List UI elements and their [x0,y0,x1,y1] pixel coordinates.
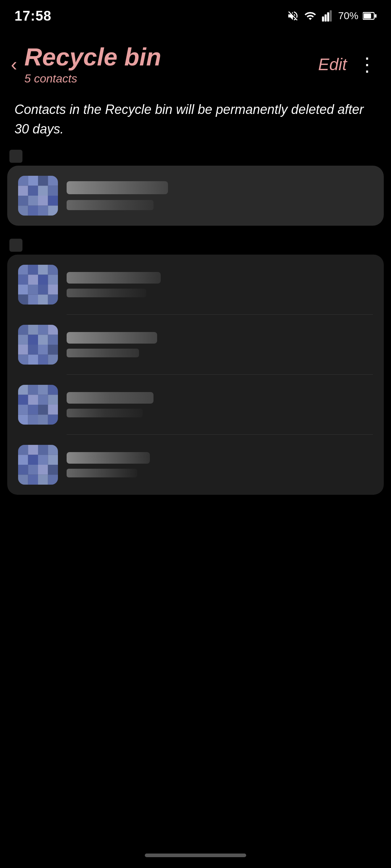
svg-rect-58 [48,385,58,395]
svg-rect-65 [38,405,48,415]
info-text: Contacts in the Recycle bin will be perm… [0,93,391,150]
svg-rect-14 [48,186,58,196]
wifi-icon [303,10,317,22]
svg-rect-8 [28,176,38,186]
battery-icon [363,11,377,21]
edit-button[interactable]: Edit [318,55,347,74]
svg-rect-21 [38,205,48,216]
contact-name-bar-1 [67,181,168,194]
svg-rect-6 [375,14,377,18]
contact-info-5 [67,452,373,477]
svg-rect-17 [38,196,48,206]
svg-rect-79 [18,465,28,475]
contact-count: 5 contacts [24,72,318,85]
contact-detail-5 [67,469,137,477]
svg-rect-7 [18,176,28,186]
contact-item-3[interactable] [7,315,384,375]
contact-group [0,255,391,495]
svg-rect-47 [18,345,28,355]
contact-avatar-4 [18,385,58,425]
svg-rect-26 [48,265,58,275]
svg-rect-85 [38,475,48,485]
svg-rect-41 [38,325,48,335]
svg-rect-55 [18,385,28,395]
contact-avatar-5 [18,445,58,485]
more-button[interactable]: ⋮ [358,54,377,75]
svg-rect-53 [38,354,48,365]
svg-rect-48 [28,345,38,355]
svg-rect-67 [18,414,28,425]
battery-percentage: 70% [338,10,358,22]
status-time: 17:58 [14,8,51,24]
contact-info-4 [67,392,373,417]
svg-rect-2 [327,12,329,22]
svg-rect-28 [28,275,38,285]
svg-rect-51 [18,354,28,365]
svg-rect-46 [48,335,58,345]
svg-rect-76 [28,455,38,465]
svg-rect-44 [28,335,38,345]
page-title: Recycle bin [24,43,318,71]
svg-rect-1 [324,14,327,22]
svg-rect-50 [48,345,58,355]
back-button[interactable]: ‹ [11,55,17,74]
svg-rect-64 [28,405,38,415]
svg-rect-68 [28,414,38,425]
svg-rect-56 [28,385,38,395]
svg-rect-29 [38,275,48,285]
svg-rect-83 [18,475,28,485]
svg-rect-63 [18,405,28,415]
select-all-checkbox[interactable] [9,150,22,163]
svg-rect-23 [18,265,28,275]
svg-rect-30 [48,275,58,285]
svg-rect-59 [18,395,28,405]
svg-rect-40 [28,325,38,335]
svg-rect-69 [38,414,48,425]
svg-rect-37 [38,294,48,305]
home-indicator [145,854,246,857]
svg-rect-81 [38,465,48,475]
contact-detail-4 [67,409,143,417]
svg-rect-78 [48,455,58,465]
svg-rect-27 [18,275,28,285]
svg-rect-39 [18,325,28,335]
svg-rect-11 [18,186,28,196]
svg-rect-16 [28,196,38,206]
contact-item-5[interactable] [7,435,384,495]
svg-rect-74 [48,445,58,455]
contact-item-2[interactable] [7,255,384,315]
svg-rect-10 [48,176,58,186]
svg-rect-66 [48,405,58,415]
svg-rect-60 [28,395,38,405]
svg-rect-24 [28,265,38,275]
header-actions: Edit ⋮ [318,54,377,75]
svg-rect-35 [18,294,28,305]
svg-rect-42 [48,325,58,335]
svg-rect-61 [38,395,48,405]
svg-rect-52 [28,354,38,365]
group-select-checkbox[interactable] [9,239,22,252]
svg-rect-20 [28,205,38,216]
mute-icon [287,10,299,22]
svg-rect-62 [48,395,58,405]
contact-name-5 [67,452,150,464]
svg-rect-32 [28,285,38,295]
contact-name-2 [67,272,161,284]
contact-detail-2 [67,289,146,297]
svg-rect-54 [48,354,58,365]
svg-rect-25 [38,265,48,275]
svg-rect-82 [48,465,58,475]
contact-card-1[interactable] [7,166,384,226]
first-contact-wrapper [0,166,391,226]
svg-rect-33 [38,285,48,295]
svg-rect-45 [38,335,48,345]
svg-rect-19 [18,205,28,216]
svg-rect-18 [48,196,58,206]
contact-item-4[interactable] [7,375,384,435]
svg-rect-72 [28,445,38,455]
svg-rect-71 [18,445,28,455]
svg-rect-80 [28,465,38,475]
svg-rect-38 [48,294,58,305]
signal-icon [321,10,334,22]
svg-rect-0 [322,16,324,21]
